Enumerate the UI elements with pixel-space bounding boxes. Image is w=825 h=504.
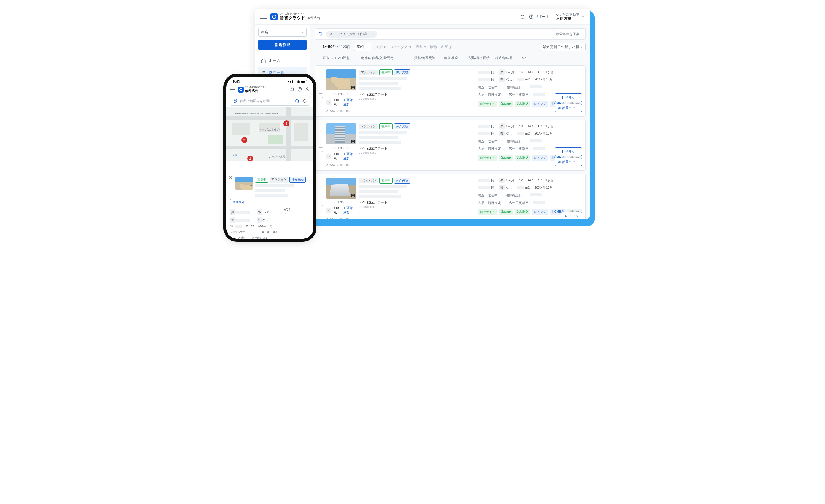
prev-image-icon[interactable]: ‹ [333,146,335,150]
property-row[interactable]: ‹1/12› S110点＋画像追加 20XX/10/10 10:00 マンション… [315,174,586,219]
timestamp: 20XX/10/10 10:00 [326,109,356,113]
map-pin[interactable]: 2 [241,137,247,143]
nav-home[interactable]: ホーム [258,55,307,67]
timestamp: 20XX/10/10 10:00 [326,163,356,167]
help-icon [529,14,534,19]
type-tag: マンション [359,124,378,129]
save-search-button[interactable]: 検索条件を保存 [553,30,583,38]
portal-badge: SUUMO [515,101,530,107]
download-icon: ⬇ [561,96,564,100]
source-agent: 元付 ESエステート00-0000-0000 [359,146,475,154]
portal-badge: 自社サイト [478,101,497,107]
room-copy-button[interactable]: ⧉部屋コピー [555,104,582,112]
map-pin[interactable]: 1 [247,156,253,161]
register-image-button[interactable]: 画像登録 [230,199,247,205]
main-panel: ステータス：募集中,作成中✕ 検索条件を保存 1〜50件 / 1120件 50件… [310,25,590,219]
copy-icon: ⧉ [558,160,560,164]
search-icon[interactable] [295,98,300,104]
portal-badge: 自社サイト [478,155,497,161]
row-checkbox[interactable] [318,93,323,98]
next-image-icon[interactable]: › [347,146,348,150]
account-menu[interactable]: いい生活不動産不動 友里 ▼ [556,12,585,21]
portal-badge: SUUMO [515,155,530,161]
select-all-checkbox[interactable] [315,45,319,49]
score-badge: S [326,100,331,104]
flyer-button[interactable]: ⬇チラシ [555,148,582,156]
page-size-select[interactable]: 50件▼ [354,43,371,51]
prev-image-icon[interactable]: ‹ [333,200,335,204]
mobile-logo: いい生活 賃貸クラウド物件広告 [238,86,267,93]
source-agent: 元付 ESエステート00-0000-0000 [359,92,475,100]
row-checkbox[interactable] [318,148,323,152]
close-icon[interactable]: ✕ [229,175,233,180]
tag-filter[interactable]: タグ ▼ [375,45,386,50]
next-image-icon[interactable]: › [347,200,348,204]
portal-badge: Square [499,155,513,161]
mobile-device: 9:41 ◉ いい生活 賃貸クラウド物件広告 住所で地図内を移動 Interna… [226,77,313,239]
type-tag: マンション [359,178,378,183]
flyer-button[interactable]: ⬇チラシ [555,93,582,102]
add-image-link[interactable]: ＋画像追加 [343,98,356,107]
filter-chip[interactable]: ステータス：募集中,作成中✕ [326,31,377,37]
mobile-search[interactable]: 住所で地図内を移動 [230,96,310,106]
logo-icon [271,13,278,20]
pin-icon [233,98,238,104]
svg-point-2 [318,32,321,35]
svg-point-1 [531,18,531,18]
thumbnail[interactable] [235,177,253,190]
flyer-button[interactable]: ⬇チラシ [561,212,582,219]
search-icon [318,31,323,36]
map[interactable]: International School of the Sacred Heart… [226,107,313,161]
thumbnail[interactable] [326,69,356,90]
mobile-top-bar: いい生活 賃貸クラウド物件広告 [226,84,313,95]
sort-select[interactable]: 最終更新日の新しい順▼ [540,43,586,51]
add-image-link[interactable]: ＋画像追加 [343,206,356,215]
thumbnail[interactable] [326,177,356,198]
camera-icon [351,140,355,143]
battery-icon [301,80,307,83]
merge-action[interactable]: 名寄せ [441,45,452,50]
help-icon[interactable] [297,87,302,92]
row-checkbox[interactable] [318,201,323,206]
status-filter[interactable]: ステータス ▼ [390,45,412,50]
broker-tag: 仲介先物 [394,69,410,75]
toolbar: 1〜50件 / 1120件 50件▼ タグ ▼ ステータス ▼ 担当 ▼ 削除 … [315,43,586,51]
menu-icon[interactable] [260,15,267,19]
new-button[interactable]: 新規作成 [258,39,307,50]
user-icon[interactable] [305,87,310,92]
mobile-status-bar: 9:41 ◉ [226,77,313,84]
store-select[interactable]: 本店▼ [258,28,307,36]
thumbnail[interactable] [326,123,356,145]
add-image-link[interactable]: ＋画像追加 [343,152,356,161]
brand-name: 賃貸クラウド [280,15,305,20]
support-link[interactable]: サポート [529,14,549,19]
status-tag: 募集中 [379,123,392,130]
chip-remove-icon[interactable]: ✕ [371,32,374,36]
broker-tag: 仲介先物 [394,177,410,183]
property-row[interactable]: ‹1/12› S110点＋画像追加 20XX/10/10 10:00 マンション… [315,119,586,171]
delete-action[interactable]: 削除 [430,45,437,50]
search-bar[interactable]: ステータス：募集中,作成中✕ 検索条件を保存 [315,28,586,39]
assignee-filter[interactable]: 担当 ▼ [416,45,427,50]
status-tag: 募集中 [379,69,392,75]
next-image-icon[interactable]: › [347,92,348,96]
property-row[interactable]: ‹1/12› S110点＋画像追加 20XX/10/10 10:00 マンション… [315,66,586,116]
room-copy-button[interactable]: ⧉部屋コピー [555,158,582,166]
prev-image-icon[interactable]: ‹ [333,92,335,96]
map-pin[interactable]: 3 [283,120,289,127]
score-badge: S [326,154,331,159]
portal-badge: レインズ [532,155,548,161]
svg-point-4 [306,88,308,89]
bell-icon[interactable] [520,14,525,19]
broker-tag: 仲介先物 [394,123,410,130]
app-logo: いい生活 賃貸クラウド賃貸クラウド 物件広告 [271,13,320,21]
download-icon: ⬇ [565,214,567,218]
mobile-menu-icon[interactable] [230,88,235,91]
table-header: 画像/SUUMO評点 物件名/住所/交通/元付 賃料/管理費等 敷金/礼金 間取… [315,54,586,63]
svg-point-6 [295,99,298,102]
bell-icon[interactable] [290,87,295,92]
status-tag: 募集中 [379,177,392,183]
download-icon: ⬇ [561,150,564,154]
locate-icon[interactable] [302,98,307,104]
logo-icon [238,86,244,92]
